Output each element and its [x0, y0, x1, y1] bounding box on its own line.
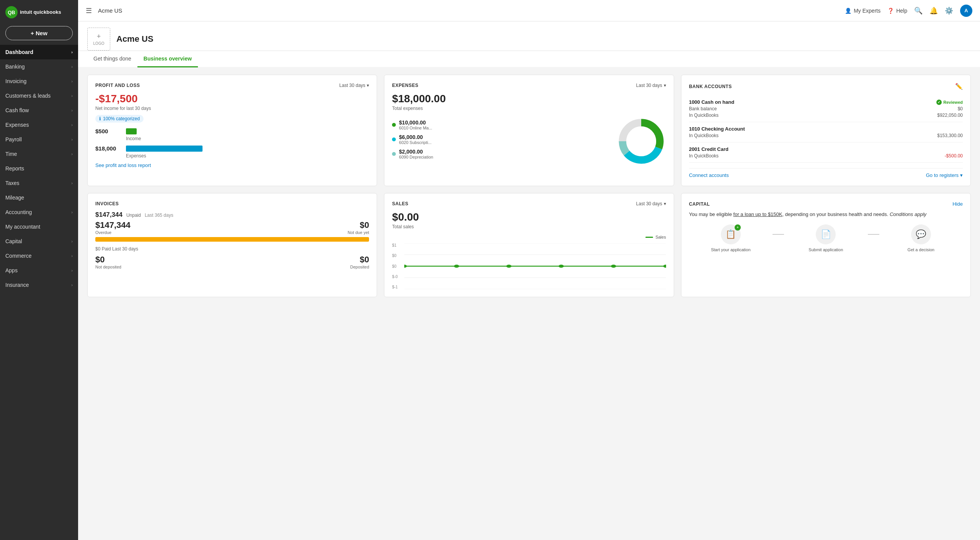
sales-title: SALES: [392, 201, 408, 206]
pnl-card-header: PROFIT AND LOSS Last 30 days ▾: [95, 83, 369, 88]
sales-total-amount: $0.00: [392, 211, 666, 223]
edit-icon[interactable]: ✏️: [955, 83, 963, 90]
qb-balance-3: -$500.00: [945, 153, 963, 159]
sidebar-item-my-accountant[interactable]: My accountant: [0, 219, 78, 234]
invoices-unpaid-row: $147,344 Unpaid Last 365 days: [95, 211, 369, 219]
qb-label-3: In QuickBooks: [689, 153, 719, 159]
expense-dot-1: [392, 123, 396, 127]
new-button[interactable]: + New: [5, 26, 73, 40]
sidebar-item-cash-flow[interactable]: Cash flow ›: [0, 103, 78, 118]
sidebar-item-mileage[interactable]: Mileage: [0, 190, 78, 205]
svg-point-12: [506, 265, 512, 268]
expenses-total-label: Total expenses: [392, 106, 666, 111]
main-content: ☰ Acme US 👤 My Experts ❓ Help 🔍 🔔 ⚙️ A +…: [78, 0, 980, 540]
pnl-title: PROFIT AND LOSS: [95, 83, 140, 88]
avatar[interactable]: A: [960, 5, 972, 17]
plus-icon: +: [97, 33, 101, 41]
svg-point-11: [454, 265, 459, 268]
sidebar-item-banking[interactable]: Banking ›: [0, 59, 78, 74]
qb-logo-icon: QB: [5, 6, 18, 18]
sidebar-item-insurance[interactable]: Insurance ›: [0, 278, 78, 292]
invoices-not-deposited-label: Not deposited: [95, 265, 121, 269]
chevron-right-icon: ›: [71, 268, 73, 273]
pnl-expense-amount: $18,000: [95, 145, 122, 152]
svg-point-13: [559, 265, 564, 268]
chevron-right-icon: ›: [71, 283, 73, 287]
sidebar-item-label: Mileage: [5, 195, 24, 201]
help-icon: ❓: [887, 8, 894, 14]
hamburger-menu-icon[interactable]: ☰: [86, 7, 92, 15]
expenses-donut-chart: [616, 116, 666, 166]
bank-balance-label-1: Bank balance: [689, 106, 717, 111]
pnl-net-income: -$17,500: [95, 93, 369, 105]
sidebar-item-taxes[interactable]: Taxes ›: [0, 176, 78, 190]
capital-connector-2: [868, 234, 879, 235]
settings-icon[interactable]: ⚙️: [945, 7, 953, 15]
sidebar-item-capital[interactable]: Capital ›: [0, 234, 78, 249]
capital-step-icon-2: 📄: [816, 224, 836, 244]
pnl-income-bar: [126, 128, 137, 134]
sales-chart: $1 $0 $0 $-0 $-1: [392, 243, 666, 289]
help-button[interactable]: ❓ Help: [887, 8, 907, 14]
sales-period-selector[interactable]: Last 30 days ▾: [636, 201, 666, 206]
connect-accounts-link[interactable]: Connect accounts: [689, 172, 729, 178]
sidebar-item-payroll[interactable]: Payroll ›: [0, 132, 78, 147]
expense-amount-1: $10,000.00: [399, 119, 432, 126]
svg-point-4: [626, 126, 656, 156]
sidebar-item-apps[interactable]: Apps ›: [0, 263, 78, 278]
sales-period-label: Last 30 days: [636, 201, 662, 206]
y-label-1: $1: [392, 243, 403, 247]
svg-point-15: [663, 265, 666, 268]
sidebar-item-reports[interactable]: Reports: [0, 161, 78, 176]
sidebar-item-time[interactable]: Time ›: [0, 147, 78, 161]
sidebar-item-accounting[interactable]: Accounting ›: [0, 205, 78, 219]
sidebar-item-label: My accountant: [5, 224, 40, 230]
qb-logo-text: intuit quickbooks: [20, 9, 61, 15]
chevron-right-icon: ›: [71, 79, 73, 83]
reviewed-badge: ✓ Reviewed: [936, 100, 963, 105]
tab-business-overview[interactable]: Business overview: [137, 51, 198, 67]
capital-step-icon-3: 💬: [911, 224, 931, 244]
sidebar-item-label: Accounting: [5, 209, 32, 215]
bank-account-name-1: 1000 Cash on hand: [689, 99, 734, 105]
search-icon[interactable]: 🔍: [914, 7, 923, 15]
sales-total-label: Total sales: [392, 224, 666, 229]
expense-dot-2: [392, 137, 396, 141]
tab-get-things-done[interactable]: Get things done: [87, 51, 137, 67]
go-to-registers-link[interactable]: Go to registers ▾: [926, 172, 963, 178]
qb-balance-2: $153,300.00: [937, 133, 963, 138]
sidebar-item-label: Banking: [5, 64, 25, 70]
capital-connector-1: [773, 234, 784, 235]
pnl-period-selector[interactable]: Last 30 days ▾: [339, 83, 369, 88]
notifications-icon[interactable]: 🔔: [929, 7, 938, 15]
invoices-unpaid-period: Last 365 days: [145, 213, 173, 218]
sidebar-item-label: Reports: [5, 165, 24, 172]
sidebar-item-label: Taxes: [5, 180, 20, 186]
see-profit-loss-report-link[interactable]: See profit and loss report: [95, 162, 151, 168]
pnl-income-amount: $500: [95, 128, 122, 134]
invoices-card-header: INVOICES: [95, 201, 369, 206]
sidebar-item-invoicing[interactable]: Invoicing ›: [0, 74, 78, 88]
expense-dot-3: [392, 152, 396, 156]
sidebar-item-expenses[interactable]: Expenses ›: [0, 118, 78, 132]
logo-placeholder-text: LOGO: [93, 41, 105, 46]
bank-account-name-3: 2001 Credit Card: [689, 146, 728, 152]
sidebar-nav: Dashboard › Banking › Invoicing › Custom…: [0, 45, 78, 292]
chevron-down-icon: ▾: [960, 172, 963, 178]
pnl-expense-bar: [126, 146, 203, 152]
expenses-legend-item-1: $10,000.00 6010 Online Ma...: [392, 119, 608, 130]
qb-balance-1: $922,050.00: [937, 113, 963, 118]
sidebar-item-commerce[interactable]: Commerce ›: [0, 249, 78, 263]
expenses-period-selector[interactable]: Last 30 days ▾: [636, 83, 666, 88]
my-experts-button[interactable]: 👤 My Experts: [845, 8, 880, 14]
sidebar-item-dashboard[interactable]: Dashboard ›: [0, 45, 78, 59]
sidebar-item-label: Insurance: [5, 282, 29, 288]
expenses-chart-area: $10,000.00 6010 Online Ma... $6,000.00 6…: [392, 116, 666, 166]
expense-amount-3: $2,000.00: [399, 149, 433, 155]
capital-hide-button[interactable]: Hide: [952, 201, 963, 207]
sidebar-item-customers-leads[interactable]: Customers & leads ›: [0, 88, 78, 103]
expenses-total-amount: $18,000.00: [392, 93, 666, 105]
invoices-unpaid-label: Unpaid: [126, 213, 141, 218]
bank-account-row-1: 1000 Cash on hand ✓ Reviewed Bank balanc…: [689, 95, 963, 122]
company-logo-upload[interactable]: + LOGO: [87, 28, 110, 51]
